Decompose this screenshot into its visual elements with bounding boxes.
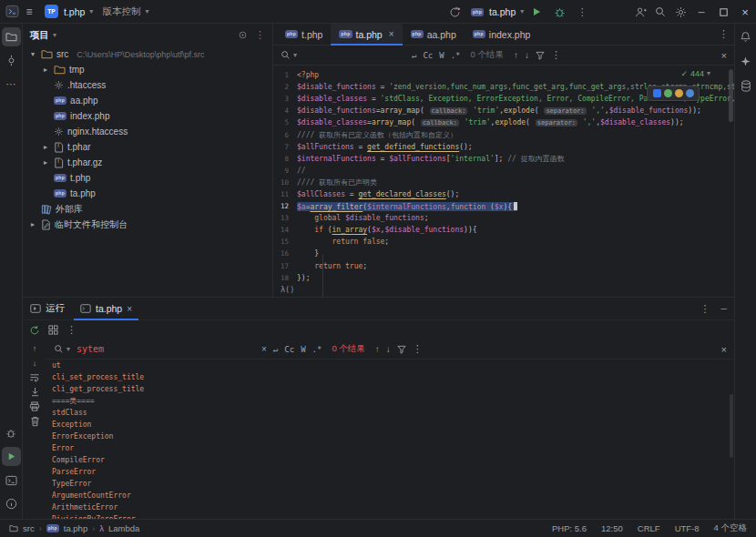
chevron-right-icon[interactable]: ▸ <box>28 220 37 228</box>
locate-file-icon[interactable] <box>238 29 248 41</box>
breadcrumb-scope[interactable]: Lambda <box>108 523 139 533</box>
find-input[interactable] <box>303 50 405 60</box>
line-number[interactable]: 6 <box>273 131 297 139</box>
editor-scrollbar[interactable] <box>729 69 733 122</box>
breadcrumb-file[interactable]: ta.php <box>64 523 87 533</box>
tab-t-php[interactable]: php t.php <box>277 24 331 46</box>
words-toggle[interactable]: W <box>301 345 305 354</box>
search-icon[interactable] <box>281 50 291 60</box>
chevron-right-icon[interactable]: ▸ <box>41 158 50 167</box>
quick-action-icon[interactable] <box>686 89 694 97</box>
code-line[interactable]: 7 $allFunctions = get_defined_functions(… <box>273 141 734 153</box>
close-find-icon[interactable]: × <box>721 344 727 355</box>
tab-index-php[interactable]: php index.php <box>465 24 539 46</box>
run-config-widget[interactable]: php ta.php ▾ <box>471 6 524 17</box>
tree-item-t-php[interactable]: php t.php <box>23 170 272 186</box>
line-number[interactable]: 9 <box>273 167 297 175</box>
quick-action-icon[interactable] <box>675 89 683 97</box>
encoding-widget[interactable]: UTF-8 <box>675 523 700 533</box>
commit-toolwindow-button[interactable] <box>2 51 21 70</box>
code-line[interactable]: 1 <?php <box>273 69 734 81</box>
php-version-widget[interactable]: PHP: 5.6 <box>552 523 587 533</box>
tab-list-icon[interactable]: ⋮ <box>719 28 729 40</box>
next-match-icon[interactable]: ↓ <box>525 50 529 60</box>
previous-occurrence-icon[interactable]: ↑ <box>26 341 43 355</box>
code-line[interactable]: 12 $a=array_filter($internalFunctions,fu… <box>273 200 734 212</box>
match-case-toggle[interactable]: Cc <box>284 345 294 354</box>
more-run-actions-button[interactable]: ⋮ <box>572 2 592 22</box>
line-number[interactable]: 5 <box>273 118 297 127</box>
search-everywhere-button[interactable] <box>650 2 670 22</box>
scroll-to-end-icon[interactable] <box>26 385 43 399</box>
terminal-toolwindow-button[interactable] <box>2 471 21 490</box>
chevron-down-icon[interactable]: ▾ <box>28 50 37 58</box>
project-toolwindow-button[interactable] <box>2 27 21 46</box>
search-history-icon[interactable]: ▾ <box>293 52 297 59</box>
caret-position-widget[interactable]: 12:50 <box>601 523 623 533</box>
main-menu-button[interactable]: ≡ <box>19 2 39 22</box>
run-panel-options-icon[interactable]: ⋮ <box>700 303 710 315</box>
newline-toggle-icon[interactable]: ↵ <box>273 345 278 354</box>
tab-ta-php[interactable]: php ta.php × <box>331 24 402 46</box>
chevron-right-icon[interactable]: ▸ <box>41 66 50 74</box>
print-icon[interactable] <box>26 400 43 413</box>
code-line[interactable]: 9 // <box>273 165 734 177</box>
line-number[interactable]: 18 <box>273 274 297 282</box>
line-number[interactable]: 15 <box>273 238 297 246</box>
code-line[interactable]: 15 return false; <box>273 236 734 248</box>
code-line[interactable]: 11 $allClasses = get_declared_classes(); <box>273 188 734 200</box>
line-number[interactable]: 17 <box>273 262 297 270</box>
tree-item-t-phar-gz[interactable]: ▸ t.phar.gz <box>23 155 272 170</box>
search-icon[interactable] <box>54 344 64 354</box>
line-number[interactable]: 3 <box>273 95 297 103</box>
tree-item-scratches[interactable]: ▸ 临时文件和控制台 <box>23 217 272 232</box>
regex-toggle[interactable]: .* <box>451 51 461 60</box>
code-line[interactable]: 6 //// 获取所有已定义函数（包括内置和自定义） <box>273 128 734 140</box>
line-number[interactable]: 4 <box>273 106 297 115</box>
code-line[interactable]: 13 global $disable_functions; <box>273 212 734 224</box>
clear-all-icon[interactable] <box>26 414 43 428</box>
run-tab-ta-php[interactable]: ta.php × <box>74 298 138 320</box>
search-history-icon[interactable]: ▾ <box>66 346 70 353</box>
tree-item-tmp[interactable]: ▸ tmp <box>23 62 272 77</box>
inspection-widget[interactable]: ✓ 444 ▾ <box>680 69 710 78</box>
find-options-icon[interactable]: ⋮ <box>413 343 423 355</box>
line-number[interactable]: 11 <box>273 190 297 198</box>
more-toolwindows-button[interactable]: ⋯ <box>2 75 21 94</box>
notifications-button[interactable] <box>736 27 755 46</box>
line-number[interactable]: 12 <box>273 202 297 210</box>
window-close-button[interactable]: × <box>734 0 756 24</box>
close-icon[interactable]: × <box>389 29 394 39</box>
quick-action-icon[interactable] <box>664 89 672 97</box>
run-button[interactable] <box>526 2 547 22</box>
filter-icon[interactable] <box>536 51 545 60</box>
tree-item-aa-php[interactable]: php aa.php <box>23 93 272 108</box>
line-number[interactable]: 7 <box>273 143 297 151</box>
line-separator-widget[interactable]: CRLF <box>638 523 660 533</box>
regex-toggle[interactable]: .* <box>312 345 322 354</box>
toolbar-more-icon[interactable]: ⋮ <box>66 324 77 336</box>
console-output-area[interactable]: ▾ × ↵ Cc W .* 0 个结果 ↑ ↓ ⋮ × <box>46 339 734 519</box>
code-line[interactable]: 17 return true; <box>273 260 734 272</box>
match-case-toggle[interactable]: Cc <box>423 51 433 60</box>
code-line[interactable]: 10 //// 获取所有已声明类 <box>273 177 734 188</box>
line-number[interactable]: 8 <box>273 155 297 163</box>
code-line[interactable]: 16 } <box>273 248 734 259</box>
tree-item-ta-php[interactable]: php ta.php <box>23 186 272 201</box>
sync-status-icon[interactable] <box>444 2 465 22</box>
tree-item-nginx-htaccess[interactable]: nginx.htaccess <box>23 124 272 139</box>
problems-toolwindow-button[interactable] <box>2 494 21 513</box>
database-button[interactable] <box>736 76 755 96</box>
project-widget[interactable]: TP t.php ▾ <box>39 5 93 18</box>
window-maximize-button[interactable] <box>712 0 734 24</box>
run-toolwindow-button[interactable] <box>2 447 21 466</box>
line-number[interactable]: 13 <box>273 214 297 222</box>
tab-aa-php[interactable]: php aa.php <box>403 24 465 46</box>
ai-assistant-button[interactable] <box>736 52 755 71</box>
filter-icon[interactable] <box>397 345 406 354</box>
line-number[interactable]: 10 <box>273 178 297 187</box>
tree-item-external-libraries[interactable]: 外部库 <box>23 201 272 217</box>
window-minimize-button[interactable]: ─ <box>690 0 712 24</box>
project-panel-options-icon[interactable]: ⋮ <box>255 29 265 41</box>
tree-item-src[interactable]: ▾ src C:\Users\HP\Desktop\php\utf\pf.src <box>23 46 272 62</box>
